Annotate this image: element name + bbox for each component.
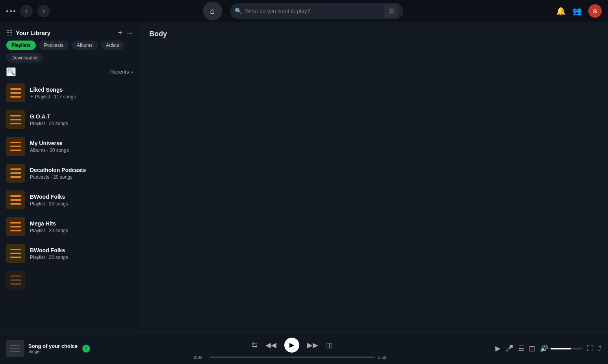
time-start: 0:00: [194, 355, 206, 360]
player-bar: Song of your choice Singer ✓ ⇆ ◀◀ ▶ ▶▶ ◫…: [0, 333, 608, 364]
thumb-lines: [10, 195, 22, 205]
player-thumb-lines: [10, 345, 20, 352]
body-area: Body: [140, 22, 608, 333]
list-item[interactable]: [0, 267, 140, 294]
list-item[interactable]: BWood Folks Playlist · 20 songs: [0, 187, 140, 213]
main-content: ☷ Your Library + → Playlists Podcasts Al…: [0, 22, 608, 333]
shuffle-button[interactable]: ⇆: [252, 341, 258, 349]
microphone-button[interactable]: 🎤: [505, 344, 513, 353]
recents-label[interactable]: Recents ≡: [110, 69, 133, 75]
item-title: BWood Folks: [30, 247, 68, 253]
filter-chip-podcasts[interactable]: Podcasts: [39, 41, 69, 50]
filter-chip-albums[interactable]: Albums: [72, 41, 98, 50]
item-thumbnail: [6, 83, 25, 102]
lyrics-view-button[interactable]: ▶: [495, 344, 500, 353]
nav-dots: [6, 10, 15, 12]
list-item[interactable]: Decatholon Podcasts Podcasts · 20 songs: [0, 160, 140, 187]
item-info: Liked Songs ✦ Playlist · 117 songs: [30, 87, 76, 100]
sidebar: ☷ Your Library + → Playlists Podcasts Al…: [0, 22, 140, 333]
item-title: BWood Folks: [30, 194, 68, 200]
item-thumbnail: [6, 190, 25, 209]
thumb-lines: [10, 88, 22, 98]
item-subtitle: Podcasts · 20 songs: [30, 174, 86, 180]
item-thumbnail: [6, 271, 25, 290]
item-subtitle: Albums · 20 songs: [30, 148, 69, 153]
playback-buttons: ⇆ ◀◀ ▶ ▶▶ ◫: [252, 338, 333, 353]
item-subtitle: Playlist · 20 songs: [30, 255, 68, 260]
mini-player-button[interactable]: ⛶: [587, 345, 593, 353]
body-title: Body: [149, 30, 167, 38]
search-input[interactable]: [245, 8, 381, 14]
fullscreen-button[interactable]: ⤴: [598, 345, 602, 353]
player-thumbnail: [6, 340, 24, 357]
sidebar-header: ☷ Your Library + →: [0, 22, 140, 41]
player-right-controls: ▶ 🎤 ☰ ◫ 🔊 ⛶ ⤴: [484, 344, 602, 353]
nav-back-button[interactable]: ‹: [20, 5, 33, 17]
volume-bar[interactable]: [551, 348, 582, 349]
thumb-lines: [10, 115, 22, 124]
item-thumbnail: [6, 110, 25, 129]
list-item[interactable]: My Universe Albums · 20 songs: [0, 133, 140, 160]
progress-bar[interactable]: [209, 357, 375, 358]
item-subtitle: Playlist · 20 songs: [30, 228, 68, 233]
item-info: G.O.A.T Playlist · 20 songs: [30, 113, 68, 126]
item-title: My Universe: [30, 140, 69, 146]
queue-list-button[interactable]: ☰: [518, 344, 524, 353]
player-track-info: Song of your choice Singer ✓: [6, 340, 101, 357]
expand-library-button[interactable]: →: [126, 28, 133, 37]
filter-chip-playlists[interactable]: Playlists: [6, 41, 36, 50]
item-info: Mega Hits Playlist · 20 songs: [30, 220, 68, 233]
item-title: G.O.A.T: [30, 113, 68, 120]
thumb-lines: [10, 222, 22, 231]
item-subtitle: ✦ Playlist · 117 songs: [30, 94, 76, 100]
player-check-icon: ✓: [82, 345, 90, 353]
filter-chip-downloaded[interactable]: Downloaded: [6, 53, 43, 63]
queue-icon-button[interactable]: ☰: [384, 4, 399, 18]
nav-forward-button[interactable]: ›: [37, 5, 50, 17]
item-info: BWood Folks Playlist · 20 songs: [30, 194, 68, 207]
library-search-button[interactable]: 🔍: [6, 67, 16, 76]
item-title: Liked Songs: [30, 87, 76, 93]
top-nav: ‹ › ⌂ 🔍 ☰ 🔔 👥 S: [0, 0, 608, 22]
queue-icon: ☰: [389, 7, 394, 15]
search-recents-row: 🔍 Recents ≡: [0, 66, 140, 79]
sidebar-header-icons: + →: [118, 28, 133, 37]
item-info: Decatholon Podcasts Podcasts · 20 songs: [30, 167, 86, 180]
item-subtitle: Playlist · 20 songs: [30, 121, 68, 126]
list-item[interactable]: BWood Folks Playlist · 20 songs: [0, 240, 140, 267]
add-library-button[interactable]: +: [118, 28, 122, 37]
progress-row: 0:00 3:52: [194, 355, 391, 360]
avatar[interactable]: S: [588, 4, 602, 18]
next-button[interactable]: ▶▶: [307, 341, 318, 349]
volume-icon-button[interactable]: 🔊: [540, 344, 548, 353]
previous-button[interactable]: ◀◀: [265, 341, 276, 349]
thumb-lines: [10, 275, 22, 285]
item-thumbnail: [6, 164, 25, 183]
play-button[interactable]: ▶: [284, 338, 299, 353]
devices-button[interactable]: ◫: [529, 344, 535, 353]
home-icon: ⌂: [210, 7, 215, 16]
green-star-icon: ✦: [30, 94, 33, 99]
sidebar-title: Your Library: [16, 30, 115, 36]
item-info: My Universe Albums · 20 songs: [30, 140, 69, 153]
item-title: Decatholon Podcasts: [30, 167, 86, 173]
sort-icon: ≡: [130, 69, 133, 75]
player-controls: ⇆ ◀◀ ▶ ▶▶ ◫ 0:00 3:52: [101, 338, 484, 360]
list-item[interactable]: Liked Songs ✦ Playlist · 117 songs: [0, 79, 140, 106]
list-item[interactable]: G.O.A.T Playlist · 20 songs: [0, 106, 140, 133]
list-item[interactable]: Mega Hits Playlist · 20 songs: [0, 213, 140, 240]
screen-button[interactable]: ◫: [326, 341, 333, 349]
thumb-lines: [10, 168, 22, 178]
item-thumbnail: [6, 217, 25, 236]
friends-button[interactable]: 👥: [572, 6, 582, 16]
thumb-lines: [10, 142, 22, 151]
item-thumbnail: [6, 137, 25, 156]
player-song-name: Song of your choice: [28, 343, 78, 349]
item-info: BWood Folks Playlist · 20 songs: [30, 247, 68, 260]
home-button[interactable]: ⌂: [203, 2, 222, 20]
filter-chip-artists[interactable]: Artists: [101, 41, 124, 50]
search-icon: 🔍: [235, 7, 242, 15]
volume-control: 🔊: [540, 344, 582, 353]
time-end: 3:52: [378, 355, 391, 360]
notifications-button[interactable]: 🔔: [556, 6, 566, 16]
